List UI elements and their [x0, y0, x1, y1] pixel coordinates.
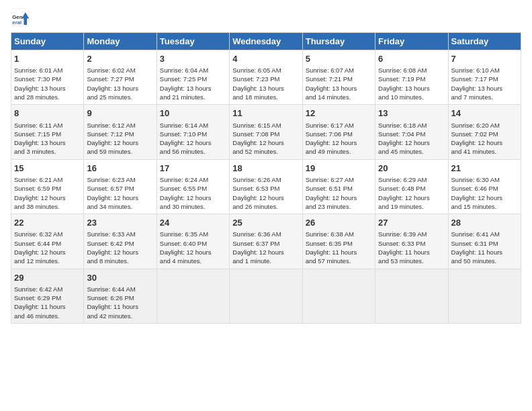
page-header: Gen eral: [11, 8, 521, 27]
column-header-monday: Monday: [84, 33, 157, 50]
day-info: Daylight: 13 hours: [232, 84, 299, 93]
day-info: Sunset: 7:21 PM: [306, 75, 372, 83]
day-number: 28: [451, 217, 518, 229]
column-header-thursday: Thursday: [302, 33, 375, 50]
calendar-cell: 23Sunrise: 6:33 AMSunset: 6:42 PMDayligh…: [84, 214, 157, 269]
day-number: 25: [232, 217, 299, 229]
calendar-cell: 30Sunrise: 6:44 AMSunset: 6:26 PMDayligh…: [84, 269, 157, 323]
logo: Gen eral: [11, 8, 32, 27]
day-info: and 18 minutes.: [232, 93, 299, 101]
day-info: Sunset: 7:30 PM: [14, 75, 81, 83]
day-info: Sunset: 7:25 PM: [160, 75, 226, 83]
day-info: and 12 minutes.: [14, 257, 81, 265]
column-header-friday: Friday: [375, 33, 448, 50]
day-info: Sunset: 6:57 PM: [87, 184, 153, 193]
day-info: and 53 minutes.: [378, 257, 445, 265]
day-info: Sunset: 7:06 PM: [306, 130, 372, 138]
calendar-cell: 21Sunrise: 6:30 AMSunset: 6:46 PMDayligh…: [448, 159, 521, 214]
day-info: Sunrise: 6:29 AM: [378, 175, 445, 184]
calendar-table: SundayMondayTuesdayWednesdayThursdayFrid…: [11, 32, 521, 324]
day-info: and 14 minutes.: [306, 93, 372, 101]
day-info: Daylight: 12 hours: [160, 193, 226, 202]
calendar-cell: [375, 269, 448, 323]
day-number: 10: [160, 107, 226, 120]
day-info: and 50 minutes.: [451, 257, 518, 265]
day-info: Daylight: 13 hours: [160, 84, 226, 93]
calendar-body: 1Sunrise: 6:01 AMSunset: 7:30 PMDaylight…: [11, 50, 521, 324]
day-number: 1: [14, 53, 81, 65]
day-info: and 10 minutes.: [378, 93, 445, 101]
day-number: 16: [87, 163, 153, 175]
day-info: Daylight: 13 hours: [14, 84, 81, 93]
day-info: and 57 minutes.: [306, 257, 372, 265]
day-info: Sunrise: 6:33 AM: [87, 230, 153, 238]
calendar-week-4: 22Sunrise: 6:32 AMSunset: 6:44 PMDayligh…: [11, 214, 521, 269]
calendar-cell: 26Sunrise: 6:38 AMSunset: 6:35 PMDayligh…: [302, 214, 375, 269]
day-info: and 28 minutes.: [14, 93, 81, 101]
day-number: 8: [14, 107, 81, 120]
day-info: Sunrise: 6:14 AM: [160, 121, 226, 130]
calendar-cell: 25Sunrise: 6:36 AMSunset: 6:37 PMDayligh…: [230, 214, 302, 269]
day-number: 13: [378, 107, 445, 120]
day-info: Daylight: 12 hours: [306, 138, 372, 147]
day-info: Daylight: 11 hours: [378, 248, 445, 257]
calendar-cell: 6Sunrise: 6:08 AMSunset: 7:19 PMDaylight…: [375, 50, 448, 105]
calendar-week-1: 1Sunrise: 6:01 AMSunset: 7:30 PMDaylight…: [11, 50, 521, 105]
day-info: Daylight: 12 hours: [87, 138, 153, 147]
day-info: Sunrise: 6:17 AM: [306, 121, 372, 130]
day-info: Sunset: 6:53 PM: [232, 184, 299, 193]
day-info: Daylight: 12 hours: [160, 248, 226, 257]
day-info: Sunset: 7:12 PM: [87, 130, 153, 138]
day-info: Daylight: 12 hours: [232, 248, 299, 257]
day-info: Sunrise: 6:27 AM: [306, 175, 372, 184]
calendar-cell: 8Sunrise: 6:11 AMSunset: 7:15 PMDaylight…: [11, 105, 84, 159]
day-info: and 52 minutes.: [232, 147, 299, 156]
calendar-cell: 28Sunrise: 6:41 AMSunset: 6:31 PMDayligh…: [448, 214, 521, 269]
day-info: Daylight: 12 hours: [14, 248, 81, 257]
day-info: Sunset: 6:44 PM: [14, 239, 81, 248]
day-info: Daylight: 12 hours: [232, 193, 299, 202]
day-number: 14: [451, 107, 518, 120]
day-info: Sunset: 7:15 PM: [14, 130, 81, 138]
day-info: Sunrise: 6:26 AM: [232, 175, 299, 184]
day-number: 9: [87, 107, 153, 120]
day-number: 21: [451, 163, 518, 175]
day-info: Sunrise: 6:38 AM: [306, 230, 372, 238]
day-info: Sunset: 7:04 PM: [378, 130, 445, 138]
day-info: and 3 minutes.: [14, 147, 81, 156]
day-info: Sunset: 6:37 PM: [232, 239, 299, 248]
day-info: Sunset: 7:23 PM: [232, 75, 299, 83]
calendar-week-5: 29Sunrise: 6:42 AMSunset: 6:29 PMDayligh…: [11, 269, 521, 323]
day-info: Sunrise: 6:32 AM: [14, 230, 81, 238]
day-info: Sunrise: 6:42 AM: [14, 285, 81, 293]
day-info: Daylight: 11 hours: [306, 248, 372, 257]
calendar-cell: 1Sunrise: 6:01 AMSunset: 7:30 PMDaylight…: [11, 50, 84, 105]
day-info: Sunrise: 6:02 AM: [87, 66, 153, 75]
day-number: 7: [451, 53, 518, 65]
day-info: Sunrise: 6:18 AM: [378, 121, 445, 130]
day-number: 19: [306, 163, 372, 175]
calendar-cell: 15Sunrise: 6:21 AMSunset: 6:59 PMDayligh…: [11, 159, 84, 214]
day-info: and 7 minutes.: [451, 93, 518, 101]
day-info: Sunset: 6:33 PM: [378, 239, 445, 248]
day-info: Sunset: 7:10 PM: [160, 130, 226, 138]
day-info: Daylight: 13 hours: [87, 84, 153, 93]
day-info: Sunset: 6:35 PM: [306, 239, 372, 248]
day-info: and 41 minutes.: [451, 147, 518, 156]
day-info: Sunset: 7:02 PM: [451, 130, 518, 138]
day-info: Daylight: 13 hours: [451, 84, 518, 93]
day-info: Sunrise: 6:36 AM: [232, 230, 299, 238]
day-info: and 15 minutes.: [451, 202, 518, 211]
day-info: Sunset: 6:55 PM: [160, 184, 226, 193]
calendar-cell: 29Sunrise: 6:42 AMSunset: 6:29 PMDayligh…: [11, 269, 84, 323]
day-number: 20: [378, 163, 445, 175]
day-number: 22: [14, 217, 81, 229]
day-info: Daylight: 13 hours: [306, 84, 372, 93]
day-info: and 30 minutes.: [160, 202, 226, 211]
calendar-cell: 19Sunrise: 6:27 AMSunset: 6:51 PMDayligh…: [302, 159, 375, 214]
day-info: Daylight: 12 hours: [87, 193, 153, 202]
svg-text:Gen: Gen: [12, 14, 22, 20]
day-info: Daylight: 12 hours: [14, 193, 81, 202]
day-info: and 26 minutes.: [232, 202, 299, 211]
day-info: Sunset: 6:40 PM: [160, 239, 226, 248]
